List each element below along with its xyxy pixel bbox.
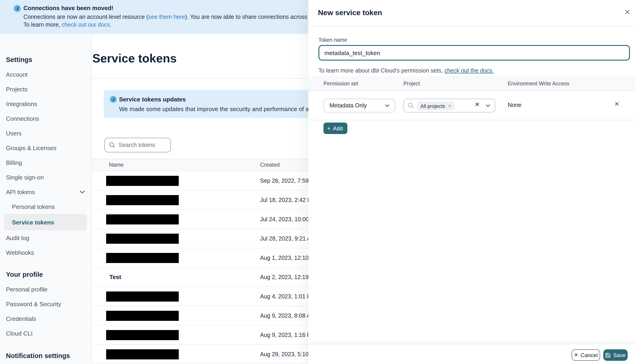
sidebar-item-service-tokens[interactable]: Service tokens xyxy=(4,214,87,230)
sidebar-item-label: Cloud CLI xyxy=(6,330,33,337)
sidebar-item-label: Service tokens xyxy=(12,219,54,226)
sidebar-item-integrations[interactable]: Integrations xyxy=(0,96,91,111)
sidebar-item-label: Integrations xyxy=(6,100,37,107)
sidebar-item-label: Billing xyxy=(6,159,22,166)
save-disk-icon xyxy=(605,352,611,358)
sidebar-item-personal-tokens[interactable]: Personal tokens xyxy=(0,199,91,214)
column-header-project: Project xyxy=(403,76,420,91)
sidebar-item-personal-profile[interactable]: Personal profile xyxy=(0,282,91,296)
sidebar-item-webhooks[interactable]: Webhooks xyxy=(0,245,91,260)
permission-set-select[interactable]: Metadata Only xyxy=(324,99,395,112)
check-out-docs-link[interactable]: check out the docs. xyxy=(444,68,494,74)
permission-table-header: Permission set Project Environment Write… xyxy=(308,76,635,91)
sidebar-item-account[interactable]: Account xyxy=(0,67,91,82)
page-title: Service tokens xyxy=(92,52,177,66)
token-name-input[interactable] xyxy=(319,45,630,60)
banner-text: Connections are now an account-level res… xyxy=(24,14,148,20)
cancel-button[interactable]: ✕ Cancel xyxy=(572,349,600,361)
sidebar-item-connections[interactable]: Connections xyxy=(0,111,91,126)
info-icon: i xyxy=(14,5,21,12)
sidebar-item-label: Single sign-on xyxy=(6,174,44,180)
sidebar-item-label: Personal tokens xyxy=(12,203,55,210)
sidebar-heading-notification-settings: Notification settings xyxy=(0,348,91,363)
all-projects-chip: All projects✕ xyxy=(417,102,455,110)
sidebar-item-api-tokens[interactable]: API tokens xyxy=(0,184,91,199)
sidebar-item-label: Projects xyxy=(6,86,28,92)
clear-selection-icon[interactable]: ✕ xyxy=(475,101,480,108)
close-icon: ✕ xyxy=(574,352,578,358)
redacted-token-name xyxy=(106,214,179,224)
see-them-here-link[interactable]: see them here xyxy=(148,14,185,20)
add-button-label: Add xyxy=(333,125,343,132)
cancel-button-label: Cancel xyxy=(580,352,598,358)
search-input[interactable] xyxy=(118,138,169,152)
sidebar-item-label: Connections xyxy=(6,115,39,122)
close-icon[interactable]: ✕ xyxy=(624,8,630,17)
chevron-down-icon xyxy=(385,104,390,108)
sidebar-item-password-security[interactable]: Password & Security xyxy=(0,296,91,311)
sidebar-item-label: Account xyxy=(6,71,28,78)
sidebar-heading-settings: Settings xyxy=(0,52,91,67)
remove-row-icon[interactable]: ✕ xyxy=(614,100,619,108)
sidebar-item-label: API tokens xyxy=(6,188,35,195)
sidebar-item-cloud-cli[interactable]: Cloud CLI xyxy=(0,326,91,340)
search-tokens-box xyxy=(104,138,171,152)
sidebar-item-label: Webhooks xyxy=(6,249,34,256)
sidebar-item-projects[interactable]: Projects xyxy=(0,82,91,96)
settings-sidebar: Settings Account Projects Integrations C… xyxy=(0,34,92,364)
sidebar-item-single-sign-on[interactable]: Single sign-on xyxy=(0,170,91,184)
chevron-down-icon xyxy=(486,104,490,108)
redacted-token-name xyxy=(106,311,179,321)
save-button[interactable]: Save xyxy=(603,349,628,361)
sidebar-item-label: Audit log xyxy=(6,234,29,241)
sidebar-item-label: Personal profile xyxy=(6,286,48,292)
chip-label: All projects xyxy=(420,103,445,108)
banner-text: To learn more, xyxy=(24,22,62,28)
save-button-label: Save xyxy=(613,352,626,358)
column-header-name: Name xyxy=(109,159,124,171)
banner-body-2: To learn more, check out our docs. xyxy=(24,22,112,28)
plus-icon: + xyxy=(327,125,331,132)
search-icon xyxy=(408,102,414,109)
sidebar-settings-group: Account Projects Integrations Connection… xyxy=(0,67,91,260)
redacted-token-name xyxy=(106,349,179,360)
column-header-created: Created xyxy=(260,159,279,171)
info-icon: i xyxy=(110,96,117,103)
sidebar-item-billing[interactable]: Billing xyxy=(0,155,91,170)
sidebar-item-audit-log[interactable]: Audit log xyxy=(0,230,91,245)
app-window: i Connections have been moved! Connectio… xyxy=(0,0,635,364)
redacted-token-name xyxy=(106,253,179,263)
token-name-label: Token name xyxy=(319,37,347,43)
sidebar-item-groups-licenses[interactable]: Groups & Licenses xyxy=(0,140,91,155)
permission-row: Metadata Only All projects✕ ✕ None ✕ xyxy=(308,91,635,120)
redacted-token-name xyxy=(106,195,179,205)
sidebar-item-credentials[interactable]: Credentials xyxy=(0,311,91,326)
remove-chip-icon[interactable]: ✕ xyxy=(448,104,451,108)
search-icon xyxy=(109,142,115,148)
column-header-permission-set: Permission set xyxy=(324,76,358,91)
permission-help-text: To learn more about dbt Cloud's permissi… xyxy=(319,68,494,74)
panel-header: New service token ✕ xyxy=(308,0,635,26)
redacted-token-name xyxy=(106,176,179,186)
chevron-down-icon xyxy=(80,190,85,194)
add-permission-button[interactable]: + Add xyxy=(324,122,347,134)
help-text: To learn more about dbt Cloud's permissi… xyxy=(319,68,444,74)
environment-write-access-value: None xyxy=(508,91,521,119)
sidebar-profile-group: Personal profile Password & Security Cre… xyxy=(0,282,91,340)
banner-title: Connections have been moved! xyxy=(24,4,114,12)
redacted-token-name xyxy=(106,234,179,244)
permission-set-value: Metadata Only xyxy=(330,99,367,112)
panel-footer: ✕ Cancel Save xyxy=(308,344,635,364)
panel-title: New service token xyxy=(318,9,382,17)
token-name: Test xyxy=(109,268,121,287)
sidebar-item-label: Credentials xyxy=(6,315,36,322)
project-multiselect[interactable]: All projects✕ ✕ xyxy=(403,99,495,112)
redacted-token-name xyxy=(106,330,179,340)
check-docs-link[interactable]: check out our docs. xyxy=(62,22,112,28)
redacted-token-name xyxy=(106,292,179,302)
sidebar-item-label: Users xyxy=(6,130,22,136)
sidebar-item-label: Password & Security xyxy=(6,300,61,307)
sidebar-item-users[interactable]: Users xyxy=(0,126,91,140)
new-service-token-panel: New service token ✕ Token name To learn … xyxy=(308,0,635,364)
infobox-title: Service tokens updates xyxy=(119,96,186,103)
